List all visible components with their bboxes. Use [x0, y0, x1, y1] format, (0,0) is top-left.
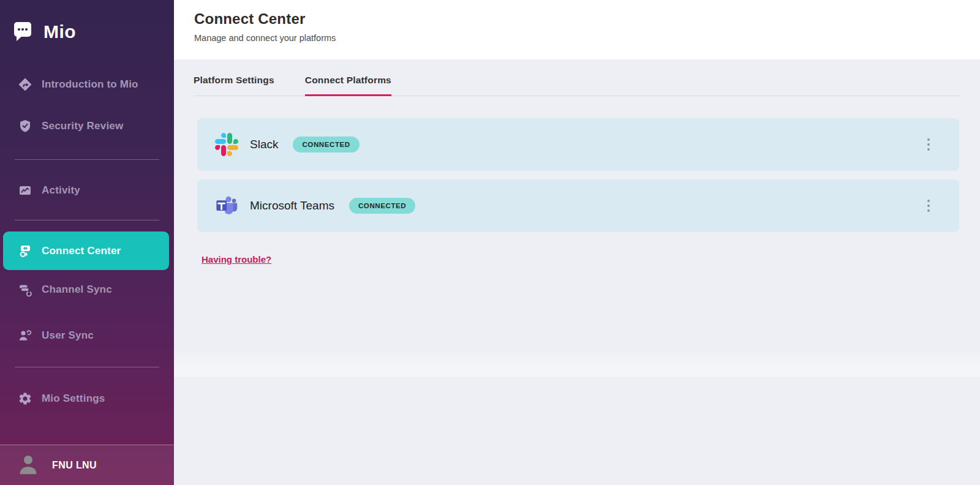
- page-subtitle: Manage and connect your platforms: [194, 33, 980, 43]
- status-badge: CONNECTED: [349, 198, 415, 214]
- sidebar-item-label: User Sync: [42, 329, 94, 342]
- activity-chart-icon: [18, 183, 32, 198]
- platform-name: Slack: [250, 138, 278, 151]
- user-sync-icon: [18, 328, 32, 343]
- connect-icon: [18, 244, 32, 258]
- directions-icon: [18, 77, 32, 92]
- sidebar-item-label: Connect Center: [42, 245, 121, 257]
- mio-logo-icon: [13, 21, 36, 43]
- sidebar: Mio Introduction to Mio: [0, 0, 174, 485]
- sidebar-divider: [15, 367, 159, 367]
- having-trouble-link[interactable]: Having trouble?: [202, 254, 271, 265]
- sidebar-item-introduction[interactable]: Introduction to Mio: [0, 70, 174, 99]
- main-panel: Connect Center Manage and connect your p…: [174, 0, 980, 485]
- sidebar-divider: [15, 159, 159, 160]
- sidebar-item-activity[interactable]: Activity: [0, 176, 174, 205]
- user-name: FNU LNU: [52, 460, 97, 471]
- sidebar-item-connect-center[interactable]: Connect Center: [3, 231, 169, 270]
- microsoft-teams-logo-icon: [215, 194, 238, 217]
- sidebar-nav: Introduction to Mio Security Review: [0, 70, 174, 413]
- sidebar-item-label: Security Review: [42, 120, 123, 132]
- status-badge: CONNECTED: [293, 137, 359, 152]
- platform-menu-button[interactable]: [924, 196, 934, 216]
- channel-sync-icon: [18, 282, 32, 297]
- platform-card-slack: Slack CONNECTED: [197, 118, 959, 171]
- tab-connect-platforms[interactable]: Connect Platforms: [305, 75, 391, 96]
- app-window: Mio Introduction to Mio: [0, 0, 980, 485]
- shield-check-icon: [18, 119, 32, 133]
- gear-icon: [18, 391, 32, 406]
- platform-name: Microsoft Teams: [250, 199, 334, 212]
- page-title: Connect Center: [194, 10, 980, 28]
- platforms-list: Slack CONNECTED Micros: [174, 96, 980, 265]
- mio-logo: Mio: [0, 0, 174, 44]
- sidebar-item-label: Channel Sync: [42, 284, 112, 296]
- tab-platform-settings[interactable]: Platform Settings: [194, 75, 274, 96]
- tab-bar: Platform Settings Connect Platforms: [174, 59, 980, 96]
- brand-name: Mio: [43, 21, 76, 42]
- sidebar-item-label: Activity: [42, 184, 80, 197]
- sidebar-item-channel-sync[interactable]: Channel Sync: [0, 275, 174, 304]
- sidebar-item-user-sync[interactable]: User Sync: [0, 321, 174, 350]
- sidebar-item-label: Mio Settings: [42, 393, 105, 405]
- sidebar-item-label: Introduction to Mio: [42, 78, 138, 91]
- content-fade-band: [174, 347, 980, 378]
- page-header: Connect Center Manage and connect your p…: [174, 0, 980, 59]
- user-avatar-icon: [17, 453, 40, 478]
- platform-card-microsoft-teams: Microsoft Teams CONNECTED: [197, 179, 959, 232]
- sidebar-item-security-review[interactable]: Security Review: [0, 111, 174, 141]
- sidebar-divider: [15, 220, 159, 220]
- sidebar-user[interactable]: FNU LNU: [0, 445, 174, 485]
- slack-logo-icon: [215, 133, 238, 156]
- sidebar-item-mio-settings[interactable]: Mio Settings: [0, 384, 174, 413]
- platform-menu-button[interactable]: [924, 135, 934, 155]
